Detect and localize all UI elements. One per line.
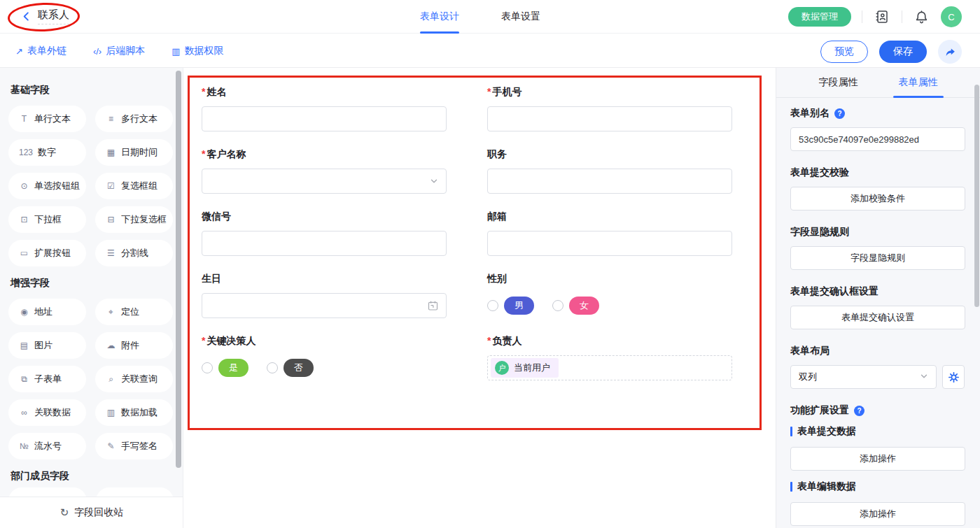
save-button[interactable]: 保存: [879, 41, 927, 63]
field-type-signature[interactable]: ✎手写签名: [95, 433, 173, 459]
panel-group-submit-data: 表单提交数据添加操作: [790, 424, 965, 471]
field-type-image[interactable]: ▤图片: [8, 332, 86, 359]
user-avatar[interactable]: C: [941, 6, 962, 27]
field-type-multi-select[interactable]: ⊟下拉复选框: [95, 206, 173, 233]
tab-form-settings[interactable]: 表单设置: [501, 0, 540, 34]
help-icon[interactable]: ?: [854, 406, 864, 416]
required-asterisk: *: [202, 86, 205, 97]
field-type-label: 分割线: [121, 247, 148, 259]
submit-confirm-setting-button[interactable]: 表单提交确认设置: [790, 306, 965, 329]
sidebar-field-grid: ◉地址⌖定位▤图片☁附件⧉子表单⌕关联查询∞关联数据▥数据加载№流水号✎手写签名: [8, 299, 173, 459]
sidebar-scrollbar[interactable]: [176, 71, 181, 468]
field-type-address[interactable]: ◉地址: [8, 299, 86, 325]
field-select-customer-name[interactable]: [202, 169, 447, 194]
field-type-linked-data[interactable]: ∞关联数据: [8, 399, 86, 426]
share-icon[interactable]: [938, 40, 962, 64]
form-layout-select[interactable]: 双列: [790, 365, 937, 389]
submit-validation-button[interactable]: 添加校验条件: [790, 187, 965, 211]
tab-form-props[interactable]: 表单属性: [897, 68, 939, 98]
field-input-wechat[interactable]: [202, 231, 447, 256]
gear-icon[interactable]: [942, 365, 965, 389]
page-title: 联系人: [38, 8, 69, 24]
field-type-extend-button[interactable]: ▭扩展按钮: [8, 240, 86, 266]
panel-group-submit-confirm-setting: 表单提交确认框设置表单提交确认设置: [790, 285, 965, 329]
radio-option-否[interactable]: 否: [267, 359, 314, 377]
radio-option-是[interactable]: 是: [202, 359, 248, 377]
contact-book-icon[interactable]: [873, 8, 891, 26]
field-type-single-text[interactable]: T单行文本: [8, 106, 86, 132]
field-visibility-rules-button[interactable]: 字段显隐规则: [790, 246, 965, 270]
field-date-birthday[interactable]: [202, 293, 447, 318]
radio-icon[interactable]: [267, 362, 278, 373]
field-type-checkbox-group[interactable]: ☑复选框组: [95, 173, 173, 199]
field-usertag-owner[interactable]: 户当前用户: [487, 355, 732, 380]
canvas-field-owner[interactable]: *负责人户当前用户: [487, 335, 732, 380]
edit-data-button[interactable]: 添加操作: [790, 502, 965, 526]
submit-data-button[interactable]: 添加操作: [790, 447, 965, 471]
form-external-link-link[interactable]: ↗表单外链: [15, 45, 66, 57]
form-layout-value: 双列: [799, 371, 817, 383]
field-type-label: 关联数据: [34, 406, 71, 419]
field-type-serial-number[interactable]: №流水号: [8, 433, 86, 459]
field-input-email[interactable]: [487, 231, 732, 256]
window-scrollbar[interactable]: [974, 85, 979, 307]
panel-group-feature-extension: 功能扩展设置?: [790, 404, 965, 418]
field-input-job-title[interactable]: [487, 169, 732, 194]
canvas-field-mobile[interactable]: *手机号: [487, 86, 732, 131]
field-type-number[interactable]: 123数字: [8, 139, 86, 166]
form-alias-input[interactable]: 53c90c5e74097e0e299882ed: [790, 127, 965, 151]
sidebar-section-title: 增强字段: [10, 277, 173, 290]
panel-group-label: 表单提交校验: [790, 166, 965, 180]
multi-select-icon: ⊟: [106, 215, 116, 224]
field-type-divider[interactable]: ☰分割线: [95, 240, 173, 266]
tab-field-props[interactable]: 字段属性: [818, 68, 860, 98]
radio-icon[interactable]: [552, 300, 564, 311]
field-type-location[interactable]: ⌖定位: [95, 299, 173, 325]
field-type-select[interactable]: ⊡下拉框: [8, 206, 86, 233]
canvas-field-birthday[interactable]: 生日: [202, 273, 447, 318]
sidebar-field-grid: T单行文本≡多行文本123数字▦日期时间⊙单选按钮组☑复选框组⊡下拉框⊟下拉复选…: [8, 106, 173, 266]
calendar-icon: [428, 301, 438, 311]
radio-option-女[interactable]: 女: [552, 297, 599, 315]
field-type-subform[interactable]: ⧉子表单: [8, 366, 86, 392]
field-recycle-bin-button[interactable]: ↻ 字段回收站: [0, 497, 183, 528]
canvas-field-wechat[interactable]: 微信号: [202, 211, 447, 256]
field-type-attachment[interactable]: ☁附件: [95, 332, 173, 359]
attachment-icon: ☁: [106, 341, 116, 350]
field-label: 性别: [487, 273, 732, 287]
tab-form-design[interactable]: 表单设计: [420, 0, 459, 34]
radio-option-男[interactable]: 男: [487, 297, 534, 315]
divider: [902, 10, 902, 23]
bell-icon[interactable]: [913, 8, 930, 26]
data-manage-button[interactable]: 数据管理: [788, 7, 851, 27]
panel-label-text: 表单提交数据: [797, 425, 856, 438]
field-type-data-load[interactable]: ▥数据加载: [95, 399, 173, 426]
field-type-linked-query[interactable]: ⌕关联查询: [95, 366, 173, 392]
recycle-icon: ↻: [60, 506, 69, 519]
canvas-field-job-title[interactable]: 职务: [487, 148, 732, 194]
back-button[interactable]: 联系人: [21, 8, 69, 24]
canvas-field-name[interactable]: *姓名: [202, 86, 447, 131]
field-input-mobile[interactable]: [487, 106, 732, 131]
data-permission-label: 数据权限: [184, 45, 223, 57]
help-icon[interactable]: ?: [834, 108, 845, 119]
divider-icon: ☰: [106, 248, 116, 258]
radio-icon[interactable]: [487, 300, 498, 311]
field-type-label: 数据加载: [121, 406, 158, 419]
form-design-canvas[interactable]: *姓名*手机号*客户名称职务微信号邮箱生日性别男女*关键决策人是否*负责人户当前…: [184, 68, 776, 528]
panel-label-text: 字段显隐规则: [790, 226, 849, 238]
field-type-datetime[interactable]: ▦日期时间: [95, 139, 173, 166]
canvas-field-email[interactable]: 邮箱: [487, 211, 732, 256]
field-input-name[interactable]: [202, 106, 447, 131]
radio-icon[interactable]: [202, 362, 213, 373]
field-type-multi-text[interactable]: ≡多行文本: [95, 106, 173, 132]
backend-script-link[interactable]: ‹/›后端脚本: [93, 45, 145, 57]
field-label-text: 邮箱: [487, 211, 507, 222]
field-type-radio-group[interactable]: ⊙单选按钮组: [8, 173, 86, 199]
canvas-field-key-decision-maker[interactable]: *关键决策人是否: [202, 335, 447, 380]
preview-button[interactable]: 预览: [820, 41, 868, 63]
canvas-field-customer-name[interactable]: *客户名称: [202, 148, 447, 194]
canvas-field-gender[interactable]: 性别男女: [487, 273, 732, 318]
data-permission-link[interactable]: ▥数据权限: [172, 45, 223, 57]
panel-label-text: 表单提交校验: [790, 166, 849, 179]
